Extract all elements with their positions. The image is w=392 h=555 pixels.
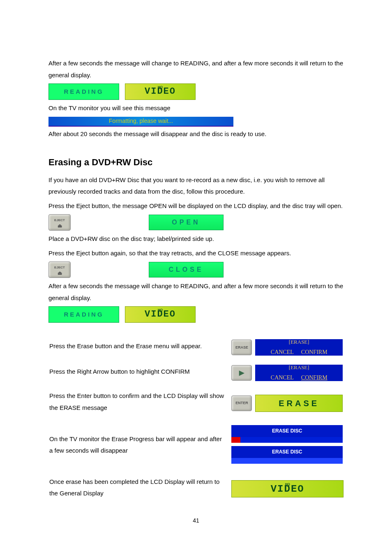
lcd-video: HQ VIDEO [125,83,196,100]
paragraph: On the TV monitor you will see this mess… [48,102,344,114]
progress-label: ERASE DISC [231,425,343,437]
page-number: 41 [48,515,344,526]
menu-cancel: CANCEL [271,372,294,384]
paragraph: After a few seconds the message will cha… [48,280,344,304]
eject-button[interactable]: EJECT ⏏ [48,214,71,231]
lcd-row: READING HQ VIDEO [48,83,344,100]
menu-title: [ERASE] [289,363,309,373]
progress-bar-full [231,458,343,464]
paragraph: Place a DVD+RW disc on the disc tray; la… [48,233,344,245]
progress-label: ERASE DISC [231,446,343,458]
paragraph: Press the Erase button and the Erase men… [49,340,226,352]
eject-icon: ⏏ [58,271,62,275]
steps-table: Press the Erase button and the Erase men… [48,334,344,507]
arrow-right-icon: ▶ [239,367,244,379]
paragraph: Press the Enter button to confirm and th… [49,390,226,414]
paragraph: After about 20 seconds the message will … [48,128,344,140]
lcd-erase: ERASE [255,395,343,412]
menu-confirm: CONFIRM [301,347,327,358]
button-lcd-row: EJECT ⏏ OPEN [48,214,344,231]
erase-progress: ERASE DISC ERASE DISC [231,425,343,464]
erase-button[interactable]: ERASE [231,340,252,355]
paragraph: Press the Right Arrow button to highligh… [49,366,226,378]
button-lcd-row: EJECT ⏏ CLOSE [48,261,344,278]
eject-label: EJECT [54,264,65,271]
paragraph: After a few seconds the message will cha… [48,58,344,81]
progress-fill [231,437,240,443]
paragraph: Once erase has been completed the LCD Di… [49,476,226,500]
lcd-close: CLOSE [149,262,224,278]
paragraph: If you have an old DVD+RW Disc that you … [48,174,344,198]
erase-menu: [ERASE] CANCEL CONFIRM [255,339,343,356]
step-visual: ENTER ERASE [231,395,343,412]
hq-label: HQ [285,481,290,487]
step-visual: ERASE [ERASE] CANCEL CONFIRM [231,339,343,356]
lcd-row: READING HQ VIDEO [48,306,344,323]
lcd-open: OPEN [149,215,224,230]
progress-bar-partial [231,437,343,443]
paragraph: On the TV monitor the Erase Progress bar… [49,433,226,457]
paragraph: Press the Eject button again, so that th… [48,247,344,259]
enter-button[interactable]: ENTER [231,395,252,411]
menu-cancel: CANCEL [271,347,294,358]
lcd-video: HQ VIDEO [125,306,196,323]
right-arrow-button[interactable]: ▶ [231,365,252,381]
lcd-video: HQ VIDEO [231,480,344,497]
erase-menu: [ERASE] CANCEL CONFIRM [255,365,343,381]
step-visual: ▶ [ERASE] CANCEL CONFIRM [231,365,343,381]
document-page: After a few seconds the message will cha… [0,0,392,542]
menu-title: [ERASE] [289,337,309,347]
lcd-reading: READING [48,306,119,323]
progress-fill-full [231,458,343,464]
eject-button[interactable]: EJECT ⏏ [48,261,71,278]
hq-label: HQ [158,84,163,90]
paragraph: Press the Eject button, the message OPEN… [48,200,344,212]
eject-label: EJECT [54,217,65,223]
eject-icon: ⏏ [58,223,62,228]
hq-label: HQ [158,307,163,313]
section-heading: Erasing a DVD+RW Disc [48,154,344,171]
menu-confirm-highlighted: CONFIRM [301,372,327,384]
lcd-reading: READING [48,83,119,100]
tv-message-bar: Formatting, please wait... [48,117,233,127]
